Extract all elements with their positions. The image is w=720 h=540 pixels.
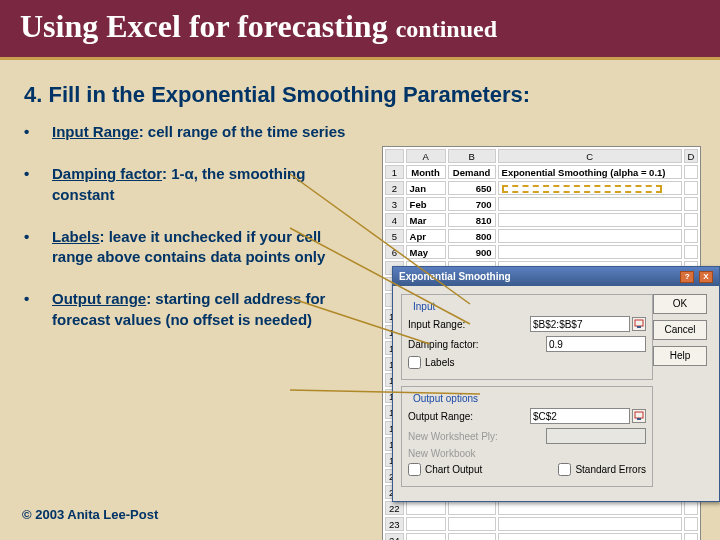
step-heading: 4. Fill in the Exponential Smoothing Par… [24, 82, 700, 108]
step-text: Fill in the Exponential Smoothing Parame… [48, 82, 530, 107]
row-header: 4 [385, 213, 404, 227]
svg-rect-1 [637, 326, 641, 328]
row-header: 1 [385, 165, 404, 179]
row-header: 24 [385, 533, 404, 540]
marquee-selection [502, 185, 662, 193]
cell-month: May [406, 245, 446, 259]
cell-month: Apr [406, 229, 446, 243]
ok-button[interactable]: OK [653, 294, 707, 314]
new-wb-label: New Workbook [408, 448, 646, 459]
output-range-label: Output Range: [408, 411, 530, 422]
title-text: Using Excel for forecasting [20, 8, 388, 44]
output-range-field[interactable] [530, 408, 630, 424]
damping-label: Damping factor: [408, 339, 546, 350]
col-header-c: C [498, 149, 682, 163]
bullet-labels: • Labels: leave it unchecked if your cel… [24, 227, 364, 268]
svg-rect-0 [635, 320, 643, 326]
range-picker-icon[interactable] [632, 409, 646, 423]
labels-checkbox[interactable] [408, 356, 421, 369]
stderr-checkbox[interactable] [558, 463, 571, 476]
cell-es [498, 213, 682, 227]
cell-demand: 900 [448, 245, 496, 259]
cell-demand: 810 [448, 213, 496, 227]
col-header-a: A [406, 149, 446, 163]
bullet-marker: • [24, 289, 52, 330]
svg-rect-2 [635, 412, 643, 418]
slide-title: Using Excel for forecasting continued [20, 8, 497, 44]
exponential-smoothing-dialog: Exponential Smoothing ? X Input Input Ra… [392, 266, 720, 502]
close-icon[interactable]: X [699, 271, 713, 283]
row-header: 5 [385, 229, 404, 243]
output-legend: Output options [410, 393, 481, 404]
dialog-title-text: Exponential Smoothing [399, 271, 511, 282]
cell [684, 165, 699, 179]
input-range-field[interactable] [530, 316, 630, 332]
row-header: 22 [385, 501, 404, 515]
cell-es [498, 181, 682, 195]
cell-demand: 700 [448, 197, 496, 211]
bullet-term: Input Range [52, 123, 139, 140]
col-header-b: B [448, 149, 496, 163]
step-number: 4. [24, 82, 42, 107]
title-continued: continued [396, 16, 497, 42]
bullet-marker: • [24, 122, 52, 142]
header-month: Month [406, 165, 446, 179]
corner-cell [385, 149, 404, 163]
chart-label: Chart Output [425, 464, 558, 475]
cell [684, 197, 699, 211]
cell [684, 245, 699, 259]
damping-field[interactable] [546, 336, 646, 352]
input-range-label: Input Range: [408, 319, 530, 330]
cell-demand: 650 [448, 181, 496, 195]
bullet-list: • Input Range: cell range of the time se… [24, 122, 364, 352]
cell-demand: 800 [448, 229, 496, 243]
header-demand: Demand [448, 165, 496, 179]
dialog-titlebar: Exponential Smoothing ? X [393, 267, 719, 286]
new-ws-field [546, 428, 646, 444]
cell-es [498, 245, 682, 259]
cell [684, 229, 699, 243]
labels-label: Labels [425, 357, 454, 368]
cell-es [498, 197, 682, 211]
header-es: Exponential Smoothing (alpha = 0.1) [498, 165, 682, 179]
input-fieldset: Input Input Range: Damping factor: Label… [401, 294, 653, 380]
copyright: © 2003 Anita Lee-Post [22, 507, 158, 522]
bullet-term: Damping factor [52, 165, 162, 182]
svg-rect-3 [637, 418, 641, 420]
row-header: 23 [385, 517, 404, 531]
col-header-d: D [684, 149, 699, 163]
row-header: 3 [385, 197, 404, 211]
bullet-output: • Output range: starting cell address fo… [24, 289, 364, 330]
new-ws-label: New Worksheet Ply: [408, 431, 546, 442]
bullet-damping: • Damping factor: 1-α, the smoothing con… [24, 164, 364, 205]
range-picker-icon[interactable] [632, 317, 646, 331]
cell-month: Mar [406, 213, 446, 227]
excel-screenshot: A B C D 1 Month Demand Exponential Smoot… [382, 146, 712, 540]
chart-checkbox[interactable] [408, 463, 421, 476]
stderr-label: Standard Errors [575, 464, 646, 475]
bullet-marker: • [24, 164, 52, 205]
bullet-desc: : cell range of the time series [139, 123, 346, 140]
help-button[interactable]: Help [653, 346, 707, 366]
cell-month: Jan [406, 181, 446, 195]
bullet-term: Output range [52, 290, 146, 307]
cancel-button[interactable]: Cancel [653, 320, 707, 340]
input-legend: Input [410, 301, 438, 312]
row-header: 6 [385, 245, 404, 259]
cell [684, 181, 699, 195]
cell [684, 213, 699, 227]
output-fieldset: Output options Output Range: New Workshe… [401, 386, 653, 487]
bullet-marker: • [24, 227, 52, 268]
title-band: Using Excel for forecasting continued [0, 0, 720, 60]
help-icon[interactable]: ? [680, 271, 694, 283]
cell-es [498, 229, 682, 243]
cell-month: Feb [406, 197, 446, 211]
row-header: 2 [385, 181, 404, 195]
bullet-term: Labels [52, 228, 100, 245]
bullet-input-range: • Input Range: cell range of the time se… [24, 122, 364, 142]
